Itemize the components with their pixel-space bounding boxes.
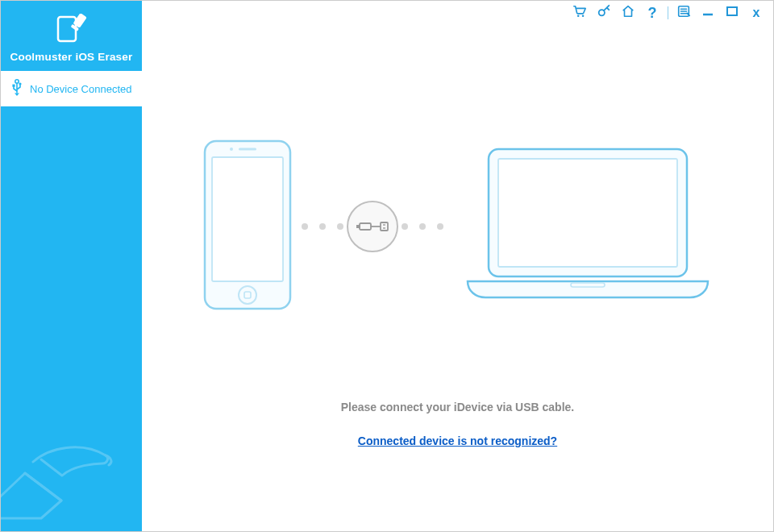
sidebar: Coolmuster iOS Eraser No Device Connecte… — [1, 1, 142, 531]
phone-icon — [203, 139, 292, 314]
svg-rect-5 — [12, 84, 15, 86]
svg-rect-19 — [360, 223, 371, 230]
device-status-row[interactable]: No Device Connected — [1, 71, 142, 106]
dot-icon — [337, 223, 343, 230]
feedback-icon — [676, 4, 691, 22]
help-icon: ? — [648, 6, 657, 20]
close-button[interactable]: x — [746, 4, 767, 22]
device-not-recognized-link[interactable]: Connected device is not recognized? — [358, 434, 557, 447]
key-icon — [597, 4, 611, 22]
cart-icon — [572, 4, 587, 22]
svg-rect-12 — [727, 7, 737, 15]
connection-dots-right — [402, 223, 443, 230]
connect-illustration — [203, 122, 713, 331]
connect-prompt: Please connect your iDevice via USB cabl… — [341, 401, 574, 414]
svg-rect-0 — [58, 17, 76, 41]
cart-button[interactable] — [569, 4, 590, 22]
dot-icon — [319, 223, 326, 230]
close-icon: x — [753, 6, 760, 20]
usb-cable-icon — [347, 201, 398, 252]
dot-icon — [302, 223, 308, 230]
eraser-art-icon — [1, 423, 138, 531]
dot-icon — [402, 223, 408, 230]
svg-point-6 — [19, 82, 21, 85]
app-title: Coolmuster iOS Eraser — [10, 51, 132, 63]
dot-icon — [419, 223, 426, 230]
svg-rect-14 — [212, 157, 283, 281]
connection-dots-left — [302, 223, 343, 230]
app-logo-icon — [53, 14, 90, 46]
dot-icon — [437, 223, 443, 230]
svg-point-3 — [15, 79, 19, 82]
svg-point-7 — [577, 15, 580, 18]
feedback-button[interactable] — [673, 4, 694, 22]
maximize-icon — [726, 5, 739, 21]
svg-rect-16 — [239, 148, 256, 151]
laptop-icon — [463, 144, 713, 309]
device-status-text: No Device Connected — [30, 83, 131, 95]
minimize-button[interactable] — [697, 4, 718, 22]
home-button[interactable] — [618, 4, 639, 22]
app-window: Coolmuster iOS Eraser No Device Connecte… — [0, 0, 774, 532]
help-button[interactable]: ? — [642, 4, 663, 22]
svg-rect-26 — [498, 159, 677, 267]
minimize-icon — [701, 5, 714, 21]
home-icon — [621, 4, 635, 22]
main-area: ? x — [142, 1, 773, 531]
svg-point-8 — [582, 15, 585, 18]
svg-rect-22 — [381, 222, 388, 231]
svg-rect-20 — [356, 225, 360, 228]
maximize-button[interactable] — [722, 4, 743, 22]
content-area: Please connect your iDevice via USB cabl… — [142, 25, 773, 531]
register-button[interactable] — [593, 4, 614, 22]
sidebar-header: Coolmuster iOS Eraser — [1, 1, 142, 71]
titlebar: ? x — [142, 1, 773, 25]
usb-icon — [10, 79, 23, 99]
svg-point-15 — [230, 148, 233, 151]
titlebar-separator — [668, 6, 668, 19]
